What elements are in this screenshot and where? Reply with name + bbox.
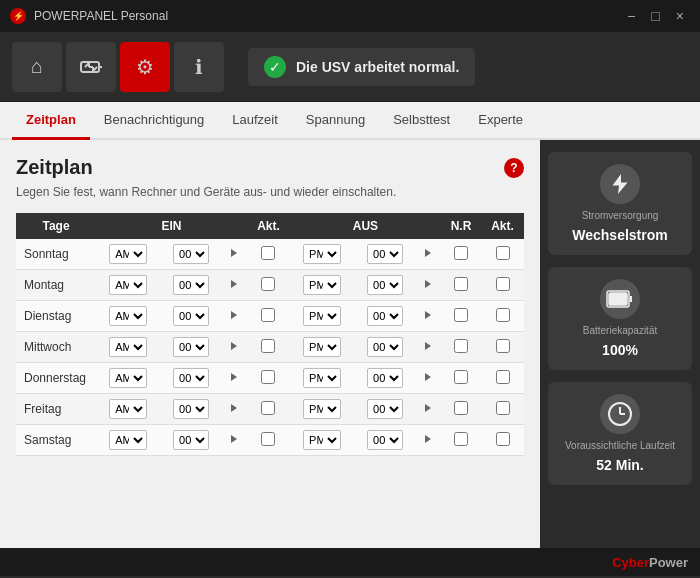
aus-min-select[interactable]: 00153045: [367, 275, 403, 295]
ein-akt-check[interactable]: [261, 308, 275, 322]
ein-min-select[interactable]: 00153045: [173, 306, 209, 326]
battery-capacity-icon: [600, 279, 640, 319]
col-header-akt-aus: Akt.: [481, 213, 524, 239]
col-header-akt-ein: Akt.: [247, 213, 290, 239]
ein-akt-check[interactable]: [261, 432, 275, 446]
aus-time-select[interactable]: AM 06AM 07AM 08AM 09AM 10AM 11PM 12PM 01…: [303, 368, 341, 388]
ein-time-select[interactable]: AM 06AM 07AM 08AM 09AM 10AM 11PM 12PM 01…: [109, 430, 147, 450]
aus-min-select[interactable]: 00153045: [367, 430, 403, 450]
ein-akt-check[interactable]: [261, 246, 275, 260]
svg-marker-15: [231, 373, 237, 381]
svg-marker-9: [231, 280, 237, 288]
schedule-table: Tage EIN Akt. AUS N.R Akt. Sonntag AM 06…: [16, 213, 524, 456]
info-button[interactable]: ℹ: [174, 42, 224, 92]
ein-time-select[interactable]: AM 06AM 07AM 08AM 09AM 10AM 11PM 12PM 01…: [109, 399, 147, 419]
aus-time-select[interactable]: AM 06AM 07AM 08AM 09AM 10AM 11PM 12PM 01…: [303, 337, 341, 357]
aus-time-select[interactable]: AM 06AM 07AM 08AM 09AM 10AM 11PM 12PM 01…: [303, 399, 341, 419]
footer-brand: CyberPower: [612, 555, 688, 570]
table-row: Donnerstag AM 06AM 07AM 08AM 09AM 10AM 1…: [16, 363, 524, 394]
tab-zeitplan[interactable]: Zeitplan: [12, 102, 90, 140]
aus-min-select[interactable]: 00153045: [367, 306, 403, 326]
ein-akt-check[interactable]: [261, 339, 275, 353]
status-area: ✓ Die USV arbeitet normal.: [248, 48, 475, 86]
aus-min-select[interactable]: 00153045: [367, 244, 403, 264]
svg-marker-17: [231, 404, 237, 412]
tab-benachrichtigung[interactable]: Benachrichtigung: [90, 102, 218, 140]
aus-min-select[interactable]: 00153045: [367, 337, 403, 357]
panel-title-row: Zeitplan ?: [16, 156, 524, 179]
table-row: Samstag AM 06AM 07AM 08AM 09AM 10AM 11PM…: [16, 425, 524, 456]
tab-spannung[interactable]: Spannung: [292, 102, 379, 140]
svg-marker-19: [231, 435, 237, 443]
ein-min-select[interactable]: 00153045: [173, 368, 209, 388]
status-text: Die USV arbeitet normal.: [296, 59, 459, 75]
aus-min-select[interactable]: 00153045: [367, 399, 403, 419]
settings-button[interactable]: ⚙: [120, 42, 170, 92]
nr-check[interactable]: [454, 432, 468, 446]
svg-marker-7: [231, 249, 237, 257]
maximize-button[interactable]: □: [645, 8, 665, 24]
app-title: POWERPANEL Personal: [34, 9, 168, 23]
col-header-nr: N.R: [441, 213, 481, 239]
nr-check[interactable]: [454, 370, 468, 384]
aus-akt-check[interactable]: [496, 308, 510, 322]
left-panel: Zeitplan ? Legen Sie fest, wann Rechner …: [0, 140, 540, 548]
tab-laufzeit[interactable]: Laufzeit: [218, 102, 292, 140]
nr-check[interactable]: [454, 339, 468, 353]
title-bar: ⚡ POWERPANEL Personal − □ ×: [0, 0, 700, 32]
battery-value: 100%: [602, 342, 638, 358]
ein-min-select[interactable]: 00153045: [173, 275, 209, 295]
nr-check[interactable]: [454, 308, 468, 322]
ein-akt-check[interactable]: [261, 370, 275, 384]
help-icon[interactable]: ?: [504, 158, 524, 178]
home-button[interactable]: ⌂: [12, 42, 62, 92]
aus-time-select[interactable]: AM 06AM 07AM 08AM 09AM 10AM 11PM 12PM 01…: [303, 275, 341, 295]
power-value: Wechselstrom: [572, 227, 667, 243]
battery-label: Batteriekapazität: [583, 325, 658, 336]
aus-akt-check[interactable]: [496, 246, 510, 260]
day-label: Montag: [16, 270, 96, 301]
tab-experte[interactable]: Experte: [464, 102, 537, 140]
aus-akt-check[interactable]: [496, 277, 510, 291]
nr-check[interactable]: [454, 277, 468, 291]
aus-akt-check[interactable]: [496, 432, 510, 446]
power-icon: [600, 164, 640, 204]
tab-selbsttest[interactable]: Selbsttest: [379, 102, 464, 140]
ein-time-select[interactable]: AM 06AM 07AM 08AM 09AM 10AM 11PM 12PM 01…: [109, 306, 147, 326]
app-icon: ⚡: [10, 8, 26, 24]
nr-check[interactable]: [454, 401, 468, 415]
ein-time-select[interactable]: AM 06AM 07AM 08AM 09AM 10AM 11PM 12PM 01…: [109, 275, 147, 295]
aus-time-select[interactable]: AM 06AM 07AM 08AM 09AM 10AM 11PM 12PM 01…: [303, 306, 341, 326]
nr-check[interactable]: [454, 246, 468, 260]
close-button[interactable]: ×: [670, 8, 690, 24]
aus-akt-check[interactable]: [496, 339, 510, 353]
ein-time-select[interactable]: AM 06AM 07AM 08AM 09AM 10AM 11PM 12PM 01…: [109, 337, 147, 357]
aus-time-select[interactable]: AM 06AM 07AM 08AM 09AM 10AM 11PM 12PM 01…: [303, 430, 341, 450]
ein-time-select[interactable]: AM 06AM 07AM 08AM 09AM 10AM 11PM 12PM 01…: [109, 244, 147, 264]
window-controls[interactable]: − □ ×: [621, 8, 690, 24]
ein-akt-check[interactable]: [261, 277, 275, 291]
day-label: Dienstag: [16, 301, 96, 332]
aus-time-select[interactable]: AM 06AM 07AM 08AM 09AM 10AM 11PM 12PM 01…: [303, 244, 341, 264]
runtime-icon: [600, 394, 640, 434]
ein-min-select[interactable]: 00153045: [173, 430, 209, 450]
day-label: Freitag: [16, 394, 96, 425]
aus-akt-check[interactable]: [496, 370, 510, 384]
svg-rect-23: [609, 293, 627, 305]
minimize-button[interactable]: −: [621, 8, 641, 24]
ein-akt-check[interactable]: [261, 401, 275, 415]
day-label: Mittwoch: [16, 332, 96, 363]
ein-min-select[interactable]: 00153045: [173, 399, 209, 419]
svg-marker-11: [231, 311, 237, 319]
ein-min-select[interactable]: 00153045: [173, 244, 209, 264]
panel-title: Zeitplan: [16, 156, 93, 179]
runtime-label: Voraussichtliche Laufzeit: [565, 440, 675, 451]
ein-min-select[interactable]: 00153045: [173, 337, 209, 357]
panel-description: Legen Sie fest, wann Rechner und Geräte …: [16, 185, 524, 199]
battery-button[interactable]: [66, 42, 116, 92]
ein-time-select[interactable]: AM 06AM 07AM 08AM 09AM 10AM 11PM 12PM 01…: [109, 368, 147, 388]
svg-marker-12: [425, 311, 431, 319]
day-label: Donnerstag: [16, 363, 96, 394]
aus-akt-check[interactable]: [496, 401, 510, 415]
aus-min-select[interactable]: 00153045: [367, 368, 403, 388]
